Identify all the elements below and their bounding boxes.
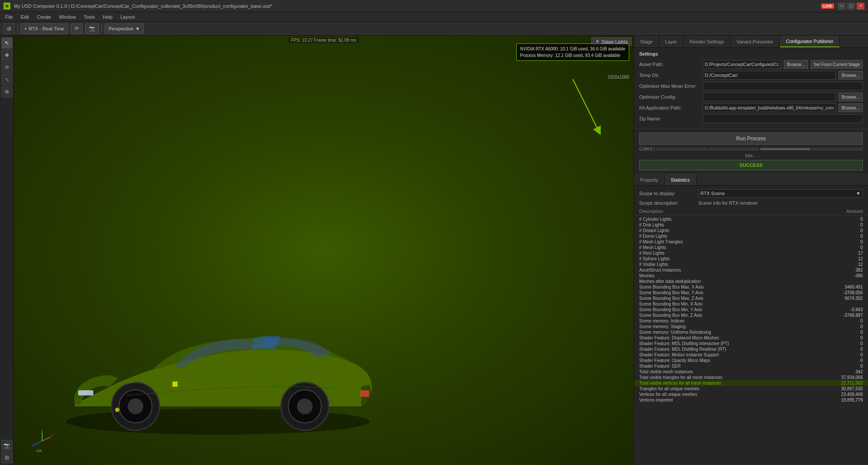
menubar-item-layout[interactable]: Layout [117, 13, 138, 20]
stat-value-18: 0 [824, 319, 863, 323]
hud-resolution: 1920x1080 [608, 75, 630, 80]
menubar-item-help[interactable]: Help [99, 13, 116, 20]
kit-app-path-browse[interactable]: Browse... [838, 103, 863, 112]
stat-name-9: AccelStruct Instances [639, 268, 824, 272]
stat-row-27: Total visible mesh instances342 [634, 369, 868, 375]
stat-value-21: 0 [824, 335, 863, 340]
axis-indicator: X Y Z [31, 430, 53, 452]
close-button[interactable]: ✕ [857, 3, 865, 10]
title-text: My USD Composer 0.1.0 | D:/ConceptCar/Co… [14, 3, 818, 9]
scope-display-dropdown[interactable]: RTX Scene ▼ [698, 189, 863, 198]
temp-dir-row: Temp Dir: Browse... [639, 71, 863, 80]
tab-statistics[interactable]: Statistics [665, 174, 696, 185]
asset-path-browse[interactable]: Browse... [784, 60, 808, 69]
stat-row-2: # Distant Lights0 [634, 228, 868, 233]
scale-tool[interactable]: ⤡ [1, 74, 13, 85]
temp-dir-input[interactable] [703, 71, 836, 80]
prop-stat-tabs: Property Statistics [634, 174, 868, 186]
stat-value-23: 0 [824, 347, 863, 352]
left-tools: ↖ ✚ ⟳ ⤡ ⊕ 📷 ⊞ [0, 36, 14, 465]
rtx-realtime-btn[interactable]: ● RTX - Real-Time [20, 23, 68, 34]
green-arrow [564, 70, 607, 140]
menubar: FileEditCreateWindowToolsHelpLayout [0, 12, 868, 22]
run-process-button[interactable]: Run Process [639, 133, 863, 145]
stat-name-27: Total visible mesh instances [639, 369, 824, 374]
tab-render-settings[interactable]: Render Settings [683, 36, 730, 47]
menubar-item-tools[interactable]: Tools [80, 13, 99, 20]
optimizer-config-input[interactable] [703, 93, 836, 101]
stat-name-8: # Visible Lights [639, 262, 824, 267]
zip-name-input[interactable] [703, 114, 863, 123]
tab-variant-presenter[interactable]: Variant Presenter [730, 36, 780, 47]
menubar-item-window[interactable]: Window [56, 13, 79, 20]
stat-row-32: Vertices imported19,895,779 [634, 397, 868, 403]
camera-tool[interactable]: 📷 [1, 440, 13, 451]
refresh-btn[interactable]: ⟳ [71, 23, 83, 34]
progress-3 [760, 148, 811, 150]
svg-point-5 [128, 399, 143, 414]
stat-value-30: 30,867,530 [824, 386, 863, 391]
snap-tool[interactable]: ⊞ [1, 452, 13, 463]
stat-name-11: Meshes after data deduplication [639, 279, 824, 284]
minimize-button[interactable]: ─ [838, 3, 845, 10]
tab-layer[interactable]: Layer [659, 36, 684, 47]
menubar-item-create[interactable]: Create [33, 13, 55, 20]
stat-value-10: -380 [824, 273, 863, 278]
stat-value-12: 3460.491 [824, 285, 863, 289]
stat-row-31: Vertices for all unique meshes23,409,406 [634, 392, 868, 397]
select-tool[interactable]: ⊞ [3, 23, 15, 34]
menubar-item-file[interactable]: File [2, 13, 17, 20]
scope-description-row: Scope description: Scene info for RTX re… [634, 199, 868, 206]
viewport-cm-label: cm [36, 448, 42, 453]
stat-name-10: Meshes [639, 273, 824, 278]
stat-name-22: Shader Feature: MDL Distilling Interacti… [639, 341, 824, 346]
stat-name-15: Scene Bounding Box Min, X Axis [639, 302, 824, 306]
asset-path-input[interactable] [703, 60, 781, 69]
stat-name-2: # Distant Lights [639, 228, 824, 233]
move-tool[interactable]: ↖ [1, 37, 13, 49]
perspective-dropdown-icon: ▼ [135, 26, 140, 31]
temp-dir-browse[interactable]: Browse... [838, 71, 863, 80]
stat-row-26: Shader Feature: SER0 [634, 363, 868, 369]
stat-value-26: 0 [824, 364, 863, 369]
tab-configurator-publisher[interactable]: Configurator Publisher [780, 36, 840, 47]
viewport[interactable]: ☀ Stage Lights FPS: 10.27 Frame time: $1… [14, 36, 634, 465]
stat-value-0: 0 [824, 217, 863, 222]
perspective-btn[interactable]: Perspective ▼ [105, 23, 144, 34]
stat-row-14: Scene Bounding Box Max, Z Axis5674.302 [634, 296, 868, 301]
svg-point-8 [297, 399, 313, 414]
stat-row-8: # Visible Lights12 [634, 262, 868, 267]
stat-value-29: 22,711,562 [824, 381, 863, 385]
collect-label: Collect | [639, 146, 655, 151]
stat-name-13: Scene Bounding Box Max, Y Axis [639, 290, 824, 295]
stat-value-32: 19,895,779 [824, 398, 863, 402]
transform-tool[interactable]: ⊕ [1, 86, 13, 97]
tab-property[interactable]: Property [634, 174, 665, 185]
restore-button[interactable]: □ [847, 3, 855, 10]
optimizer-config-browse[interactable]: Browse... [838, 93, 863, 101]
statistics-area[interactable]: Scope to display: RTX Scene ▼ Scope desc… [634, 186, 868, 465]
titlebar: N My USD Composer 0.1.0 | D:/ConceptCar/… [0, 0, 868, 12]
stat-value-28: 37,934,006 [824, 375, 863, 380]
stats-rows: # Cylinder Lights0# Disk Lights0# Distan… [634, 216, 868, 403]
stat-row-12: Scene Bounding Box Max, X Axis3460.491 [634, 284, 868, 290]
stat-value-8: 12 [824, 262, 863, 267]
stat-name-25: Shader Feature: Opacity Micro Maps [639, 358, 824, 363]
select-tool-2[interactable]: ✚ [1, 50, 13, 61]
menubar-item-edit[interactable]: Edit [17, 13, 33, 20]
stat-row-25: Shader Feature: Opacity Micro Maps0 [634, 358, 868, 363]
camera-btn[interactable]: 📷 [85, 23, 99, 34]
rotate-tool[interactable]: ⟳ [1, 62, 13, 73]
stat-value-3: 0 [824, 234, 863, 239]
svg-line-17 [33, 441, 42, 445]
kit-app-path-input[interactable] [703, 103, 836, 112]
stat-value-27: 342 [824, 369, 863, 374]
success-button[interactable]: SUCCESS [639, 160, 863, 170]
stat-value-13: -3708.056 [824, 290, 863, 295]
tab-stage[interactable]: Stage [634, 36, 659, 47]
zip-name-label: Zip Name: [639, 116, 700, 121]
asset-path-set-current[interactable]: Set From Current Stage [811, 60, 863, 69]
svg-rect-9 [172, 382, 178, 387]
stat-name-12: Scene Bounding Box Max, X Axis [639, 285, 824, 289]
optimizer-error-input[interactable] [703, 82, 863, 90]
